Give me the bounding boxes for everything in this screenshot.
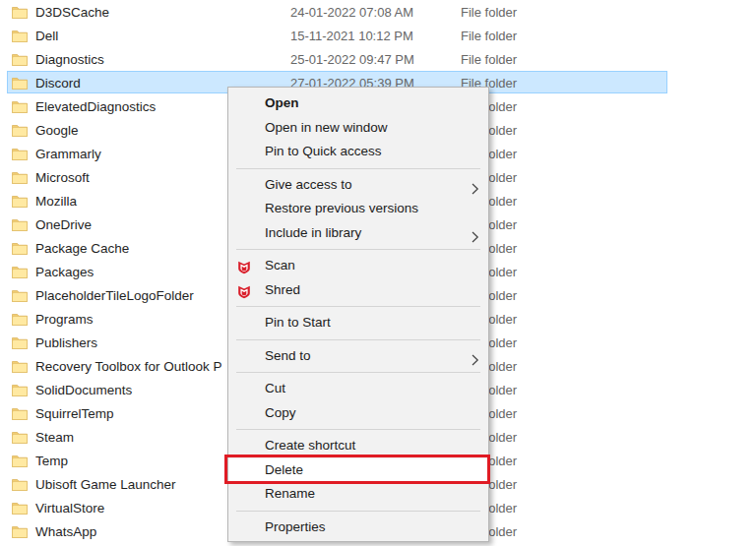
file-type: File folder: [461, 430, 756, 445]
folder-icon: [0, 53, 35, 66]
menu-item-label: Scan: [265, 258, 295, 273]
menu-item-delete[interactable]: Delete: [228, 458, 488, 483]
menu-item-give-access-to[interactable]: Give access to: [228, 173, 488, 198]
file-type: File folder: [461, 524, 756, 539]
folder-icon: [0, 336, 35, 349]
menu-item-label: Properties: [265, 519, 326, 534]
menu-item-scan[interactable]: Scan: [228, 254, 488, 278]
mcafee-shield-icon: [237, 259, 251, 273]
file-type: File folder: [461, 288, 756, 303]
date-modified: 15-11-2021 10:12 PM: [290, 29, 461, 43]
file-type: File folder: [461, 217, 756, 232]
menu-item-copy[interactable]: Copy: [228, 401, 488, 426]
folder-icon: [0, 478, 35, 491]
file-type: File folder: [461, 241, 756, 256]
file-type: File folder: [461, 501, 756, 516]
folder-icon: [0, 171, 35, 184]
menu-item-label: Give access to: [265, 177, 352, 192]
menu-item-properties[interactable]: Properties: [228, 516, 488, 540]
menu-separator: [236, 511, 480, 512]
menu-item-label: Open in new window: [265, 120, 388, 135]
submenu-arrow-icon: [472, 227, 479, 252]
menu-item-shred[interactable]: Shred: [228, 278, 488, 303]
folder-icon: [0, 525, 35, 538]
submenu-arrow-icon: [472, 350, 479, 375]
menu-item-send-to[interactable]: Send to: [228, 344, 488, 369]
menu-item-open-in-new-window[interactable]: Open in new window: [228, 116, 488, 141]
file-type: File folder: [461, 359, 756, 374]
menu-item-include-in-library[interactable]: Include in library: [228, 221, 488, 246]
file-type: File folder: [461, 52, 756, 67]
file-type: File folder: [461, 265, 756, 279]
folder-icon: [0, 502, 35, 515]
folder-row[interactable]: D3DSCache24-01-2022 07:08 AMFile folder: [0, 0, 756, 24]
menu-item-label: Shred: [265, 282, 300, 297]
file-type: File folder: [461, 76, 756, 91]
menu-item-pin-to-quick-access[interactable]: Pin to Quick access: [228, 140, 488, 164]
context-menu: OpenOpen in new windowPin to Quick acces…: [227, 87, 489, 542]
menu-item-restore-previous-versions[interactable]: Restore previous versions: [228, 197, 488, 221]
menu-item-label: Copy: [265, 405, 296, 420]
file-type: File folder: [461, 123, 756, 138]
folder-name[interactable]: D3DSCache: [35, 5, 290, 20]
file-type: File folder: [461, 477, 756, 492]
folder-icon: [0, 30, 35, 42]
menu-item-label: Delete: [265, 462, 303, 477]
folder-icon: [0, 384, 35, 396]
folder-row[interactable]: Diagnostics25-01-2022 09:47 PMFile folde…: [0, 47, 756, 71]
menu-item-create-shortcut[interactable]: Create shortcut: [228, 434, 488, 458]
file-type: File folder: [461, 5, 756, 20]
folder-icon: [0, 455, 35, 467]
file-type: File folder: [461, 194, 756, 209]
folder-icon: [0, 289, 35, 302]
menu-item-cut[interactable]: Cut: [228, 377, 488, 401]
file-type: File folder: [461, 29, 756, 43]
menu-item-label: Pin to Quick access: [265, 144, 382, 158]
folder-name[interactable]: Dell: [35, 29, 290, 43]
file-explorer-window: D3DSCache24-01-2022 07:08 AMFile folderD…: [0, 0, 756, 546]
folder-row[interactable]: Dell15-11-2021 10:12 PMFile folder: [0, 24, 756, 47]
file-type: File folder: [461, 406, 756, 421]
folder-icon: [0, 195, 35, 208]
menu-separator: [236, 168, 480, 169]
folder-icon: [0, 313, 35, 326]
menu-item-label: Restore previous versions: [265, 201, 418, 215]
file-type: File folder: [461, 335, 756, 350]
folder-name[interactable]: Diagnostics: [35, 52, 290, 67]
folder-icon: [0, 77, 35, 90]
menu-item-label: Cut: [265, 381, 285, 395]
menu-separator: [236, 429, 480, 430]
menu-item-label: Open: [265, 95, 299, 110]
folder-icon: [0, 407, 35, 420]
menu-separator: [236, 249, 480, 250]
menu-item-label: Send to: [265, 348, 311, 363]
menu-item-label: Rename: [265, 486, 315, 501]
menu-separator: [236, 339, 480, 340]
folder-icon: [0, 218, 35, 231]
file-type: File folder: [461, 312, 756, 327]
menu-item-label: Create shortcut: [265, 438, 355, 453]
mcafee-shield-icon: [237, 283, 251, 297]
file-type: File folder: [461, 383, 756, 397]
folder-icon: [0, 124, 35, 137]
file-type: File folder: [461, 170, 756, 185]
file-type: File folder: [461, 147, 756, 161]
menu-item-label: Include in library: [265, 225, 361, 240]
menu-item-label: Pin to Start: [265, 315, 331, 330]
date-modified: 24-01-2022 07:08 AM: [290, 5, 461, 20]
folder-icon: [0, 100, 35, 113]
menu-item-pin-to-start[interactable]: Pin to Start: [228, 311, 488, 335]
folder-icon: [0, 266, 35, 278]
menu-separator: [236, 306, 480, 307]
menu-separator: [236, 372, 480, 373]
folder-icon: [0, 148, 35, 160]
menu-item-open[interactable]: Open: [228, 91, 488, 116]
file-type: File folder: [461, 454, 756, 468]
folder-icon: [0, 242, 35, 255]
file-type: File folder: [461, 99, 756, 114]
folder-icon: [0, 431, 35, 444]
folder-icon: [0, 360, 35, 373]
menu-item-rename[interactable]: Rename: [228, 482, 488, 507]
date-modified: 25-01-2022 09:47 PM: [290, 52, 461, 67]
folder-icon: [0, 6, 35, 19]
